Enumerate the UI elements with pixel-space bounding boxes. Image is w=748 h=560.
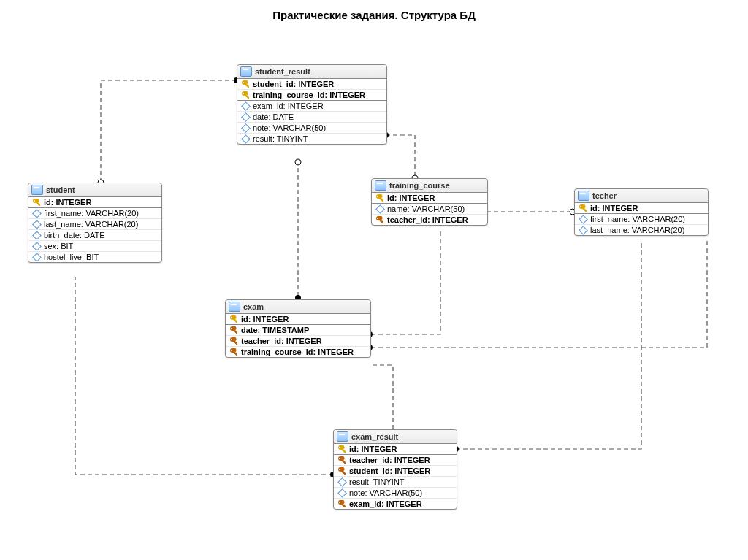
column-pk: training_course_id: INTEGER — [237, 90, 386, 100]
column-fk: date: TIMESTAMP — [226, 325, 370, 336]
diamond-icon — [337, 488, 346, 497]
table-training-course[interactable]: training_course id: INTEGER name: VARCHA… — [371, 178, 488, 226]
table-header: techer — [575, 189, 708, 203]
table-name: exam_result — [351, 432, 398, 441]
column: result: TINYINT — [334, 477, 457, 488]
column-fk: training_course_id: INTEGER — [226, 347, 370, 357]
table-student-result[interactable]: student_result student_id: INTEGER train… — [237, 64, 387, 145]
key-icon — [337, 445, 346, 453]
key-icon — [337, 467, 346, 475]
column: first_name: VARCHAR(20) — [28, 208, 161, 219]
column: result: TINYINT — [237, 134, 386, 144]
table-exam-result[interactable]: exam_result id: INTEGER teacher_id: INTE… — [333, 429, 457, 510]
table-header: training_course — [372, 179, 487, 193]
diamond-icon — [375, 204, 384, 213]
table-exam[interactable]: exam id: INTEGER date: TIMESTAMP teacher… — [225, 299, 371, 358]
column: name: VARCHAR(50) — [372, 204, 487, 215]
table-header: exam — [226, 300, 370, 314]
column: last_name: VARCHAR(20) — [575, 225, 708, 235]
table-icon — [229, 302, 240, 312]
column-fk: teacher_id: INTEGER — [334, 455, 457, 466]
diamond-icon — [337, 477, 346, 486]
column-fk: student_id: INTEGER — [334, 466, 457, 477]
column-fk: teacher_id: INTEGER — [372, 215, 487, 225]
column: first_name: VARCHAR(20) — [575, 214, 708, 225]
diamond-icon — [32, 231, 41, 239]
diamond-icon — [241, 101, 250, 110]
column-fk: teacher_id: INTEGER — [226, 336, 370, 347]
key-icon — [579, 204, 587, 212]
table-header: student_result — [237, 65, 386, 79]
svg-point-4 — [295, 159, 301, 165]
table-icon — [375, 180, 386, 191]
table-name: student_result — [255, 67, 310, 76]
table-name: training_course — [389, 181, 450, 190]
table-header: student — [28, 183, 161, 197]
page-title: Практические задания. Структура БД — [0, 9, 748, 21]
key-icon — [229, 315, 238, 323]
column: birth_date: DATE — [28, 230, 161, 241]
column: hostel_live: BIT — [28, 252, 161, 262]
column: sex: BIT — [28, 241, 161, 252]
key-icon — [229, 348, 238, 356]
key-icon — [337, 456, 346, 464]
key-icon — [375, 215, 384, 224]
diamond-icon — [241, 123, 250, 132]
column: exam_id: INTEGER — [237, 101, 386, 112]
table-techer[interactable]: techer id: INTEGER first_name: VARCHAR(2… — [574, 188, 709, 236]
table-name: techer — [592, 191, 617, 200]
table-icon — [240, 66, 252, 77]
column: note: VARCHAR(50) — [334, 488, 457, 499]
diamond-icon — [241, 112, 250, 121]
table-header: exam_result — [334, 430, 457, 444]
column-pk: id: INTEGER — [334, 444, 457, 454]
diamond-icon — [579, 215, 587, 223]
diamond-icon — [32, 253, 41, 261]
diamond-icon — [32, 220, 41, 229]
key-icon — [375, 193, 384, 202]
key-icon — [229, 326, 238, 334]
column-fk: exam_id: INTEGER — [334, 499, 457, 509]
table-name: exam — [243, 302, 264, 311]
table-icon — [31, 185, 43, 195]
key-icon — [32, 198, 41, 207]
column-pk: id: INTEGER — [372, 193, 487, 203]
column-pk: id: INTEGER — [28, 197, 161, 207]
column-pk: id: INTEGER — [226, 314, 370, 324]
table-icon — [578, 191, 589, 201]
table-icon — [337, 431, 348, 442]
key-icon — [337, 499, 346, 508]
column-pk: id: INTEGER — [575, 203, 708, 213]
diamond-icon — [579, 226, 587, 234]
diamond-icon — [32, 209, 41, 218]
column: date: DATE — [237, 112, 386, 123]
column: note: VARCHAR(50) — [237, 123, 386, 134]
key-icon — [241, 91, 250, 99]
column-pk: student_id: INTEGER — [237, 79, 386, 90]
key-icon — [229, 337, 238, 345]
diamond-icon — [241, 134, 250, 143]
key-icon — [241, 80, 250, 88]
table-student[interactable]: student id: INTEGER first_name: VARCHAR(… — [28, 183, 162, 263]
column: last_name: VARCHAR(20) — [28, 219, 161, 230]
table-name: student — [46, 185, 75, 194]
diamond-icon — [32, 242, 41, 250]
diagram-canvas: student_result student_id: INTEGER train… — [6, 29, 742, 555]
